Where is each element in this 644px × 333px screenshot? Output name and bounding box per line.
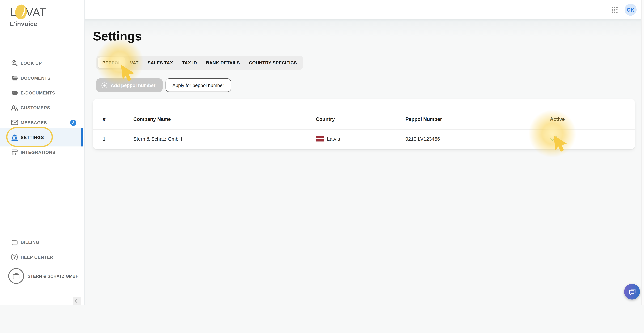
country-label: Latvia [327,136,340,142]
sidebar-item-label: LOOK UP [20,61,42,65]
cell-country: Latvia [306,129,396,148]
cell-index: 1 [93,129,124,148]
tab-sales-tax[interactable]: SALES TAX [143,57,178,68]
cell-company-name: Stern & Schatz GmbH [124,129,306,148]
plus-circle-icon [101,82,108,88]
table-header-row: # Company Name Country Peppol Number Act… [93,99,635,129]
folder-icon [11,74,18,81]
apply-for-peppol-number-label: Apply for peppol number [172,83,224,88]
tab-vat[interactable]: VAT [126,57,143,68]
column-country: Country [306,99,396,129]
store-icon [11,149,18,156]
sidebar-item-label: DOCUMENTS [20,75,50,80]
sidebar: LVAT L'invoice LOOK UP [0,0,84,305]
lovat-logo: LVAT [10,5,84,19]
page-scrollbar[interactable] [641,0,644,305]
apps-grid-icon[interactable] [612,6,618,13]
apply-for-peppol-number-button[interactable]: Apply for peppol number [166,78,231,92]
app-window: OK Settings PEPPOL VAT SALES TAX TAX ID … [0,0,644,305]
actions-row: Add peppol number Apply for peppol numbe… [96,78,231,92]
search-bolt-icon [11,60,18,66]
table-row: 1 Stern & Schatz GmbH Latvia 0210:LV1234… [93,129,635,148]
sidebar-company[interactable]: STERN & SCHATZ GMBH [0,268,84,284]
tab-tax-id[interactable]: TAX ID [178,57,202,68]
tab-peppol[interactable]: PEPPOL [98,57,126,68]
add-peppol-number-button[interactable]: Add peppol number [96,78,162,92]
sidebar-item-settings[interactable]: SETTINGS [0,128,83,146]
sidebar-item-messages[interactable]: MESSAGES 3 [0,115,84,130]
add-peppol-number-label: Add peppol number [111,83,156,88]
sidebar-item-label: CUSTOMERS [20,105,50,110]
sidebar-item-label: E-DOCUMENTS [20,90,55,95]
chat-widget-button[interactable] [624,284,640,300]
column-company-name: Company Name [124,99,306,129]
company-name-label: STERN & SCHATZ GMBH [28,274,82,278]
sidebar-item-label: HELP CENTER [20,255,53,260]
users-icon [11,105,18,111]
briefcase-icon [8,268,24,284]
wallet-icon [11,239,18,245]
tab-bank-details[interactable]: BANK DETAILS [202,57,244,68]
cell-peppol-number: 0210:LV123456 [396,129,540,148]
page-title: Settings [93,29,142,43]
column-index: # [93,99,124,129]
main-content: Settings PEPPOL VAT SALES TAX TAX ID BAN… [84,19,644,305]
sidebar-item-label: SETTINGS [20,135,44,140]
sidebar-footer-nav: BILLING HELP CENTER [0,235,84,265]
sidebar-item-help-center[interactable]: HELP CENTER [0,250,84,264]
active-check-icon[interactable] [550,135,557,141]
sidebar-item-label: INTEGRATIONS [20,150,56,155]
column-peppol-number: Peppol Number [396,99,540,129]
sidebar-item-billing[interactable]: BILLING [0,235,84,250]
top-bar: OK [0,0,644,19]
folder-icon [11,89,18,96]
peppol-table: # Company Name Country Peppol Number Act… [93,99,635,148]
tab-country-specifics[interactable]: COUNTRY SPECIFICS [244,57,302,68]
messages-badge: 3 [70,119,76,126]
peppol-table-card: # Company Name Country Peppol Number Act… [93,99,635,149]
chat-icon [628,287,636,296]
bank-icon [11,134,18,141]
sidebar-collapse-button[interactable] [73,297,81,305]
logo-text-vat: VAT [26,6,46,19]
cell-active [540,129,635,148]
sidebar-item-look-up[interactable]: LOOK UP [0,56,84,70]
product-name: L'invoice [10,20,84,27]
sidebar-item-e-documents[interactable]: E-DOCUMENTS [0,85,84,100]
envelope-icon [11,120,18,125]
user-avatar[interactable]: OK [624,4,636,16]
arrow-left-icon [74,298,80,304]
sidebar-item-integrations[interactable]: INTEGRATIONS [0,145,84,160]
sidebar-nav: LOOK UP DOCUMENTS E-DOCU [0,56,84,160]
column-active: Active [540,99,635,129]
sidebar-item-documents[interactable]: DOCUMENTS [0,70,84,85]
sidebar-item-label: MESSAGES [20,120,47,125]
settings-tab-bar: PEPPOL VAT SALES TAX TAX ID BANK DETAILS… [96,56,303,70]
help-icon [11,253,18,261]
active-indicator-bar [81,128,83,146]
sidebar-item-label: BILLING [20,240,39,245]
sidebar-item-customers[interactable]: CUSTOMERS [0,100,84,115]
latvia-flag-icon [316,136,324,142]
logo-egg-icon [14,4,28,20]
